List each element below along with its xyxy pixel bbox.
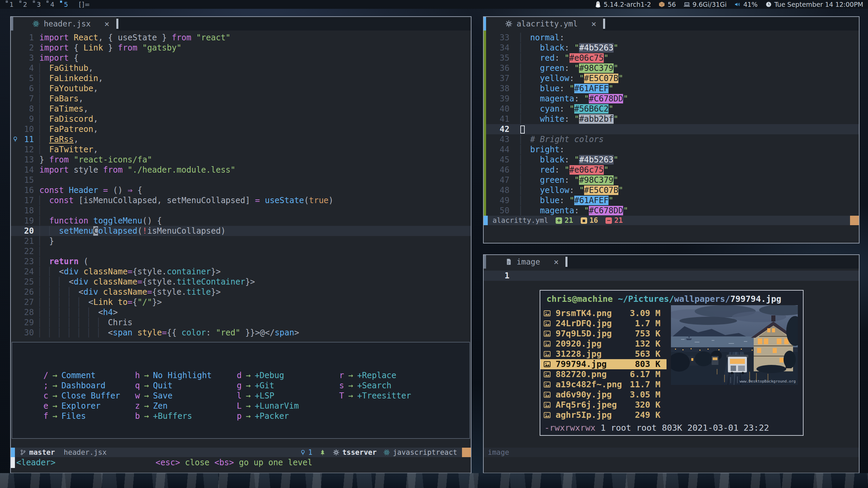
code-line[interactable]: 48▏ yellow: "#E5C07B" bbox=[484, 185, 859, 195]
whichkey-binding[interactable]: q→Quit bbox=[135, 380, 237, 391]
workspace-2[interactable]: 2 bbox=[18, 1, 30, 8]
whichkey-binding[interactable]: ;→Dashboard bbox=[43, 380, 135, 391]
whichkey-binding[interactable]: L→+LunarVim bbox=[237, 401, 339, 411]
code-line[interactable]: 24▏ ▏ <div className={style.container}> bbox=[11, 267, 471, 277]
code-line[interactable]: 23▏ return ( bbox=[11, 256, 471, 267]
code-line[interactable]: 16const Header = () ⇒ { bbox=[11, 185, 471, 195]
whichkey-binding[interactable]: l→+LSP bbox=[237, 391, 339, 401]
code-line[interactable]: 20▏ ▏ setMenuCollapsed(!isMenuCollapsed) bbox=[11, 226, 471, 236]
arrow-icon: → bbox=[344, 381, 357, 390]
whichkey-binding[interactable]: c→Close Buffer bbox=[43, 391, 135, 401]
workspace-4[interactable]: 4 bbox=[45, 1, 57, 8]
code-line[interactable]: 13} from "react-icons/fa" bbox=[11, 155, 471, 165]
whichkey-binding[interactable]: /→Comment bbox=[43, 370, 135, 380]
code-line[interactable]: 37▏ yellow: "#E5C07B" bbox=[484, 73, 859, 83]
close-icon[interactable]: × bbox=[591, 19, 596, 29]
tab-alacritty-yml[interactable]: alacritty.yml × bbox=[486, 17, 603, 31]
tab-header-jsx[interactable]: header.jsx × bbox=[13, 17, 116, 31]
whichkey-binding[interactable]: d→+Debug bbox=[237, 370, 339, 380]
file-row[interactable]: 9rsmTK4.png3.09 M bbox=[540, 308, 667, 318]
file-row[interactable]: 31228.jpg563 K bbox=[540, 349, 667, 359]
code-line[interactable]: 34▏ black: "#4b5263" bbox=[484, 43, 859, 53]
file-row[interactable]: 20920.jpg132 K bbox=[540, 339, 667, 349]
code-line[interactable]: 4▏ FaGithub, bbox=[11, 63, 471, 73]
code-line[interactable]: 12▏ FaTwitter, bbox=[11, 144, 471, 155]
command-line[interactable]: <leader> <esc> close <bs> go up one leve… bbox=[11, 457, 471, 473]
code-line[interactable]: 1 bbox=[484, 271, 859, 281]
code-line[interactable]: 36▏ green: "#98C379" bbox=[484, 63, 859, 73]
code-line[interactable]: 18▏ bbox=[11, 206, 471, 216]
workspace-5[interactable]: 5 bbox=[59, 1, 71, 8]
code-line[interactable]: 38▏ blue: "#61AFEF" bbox=[484, 83, 859, 94]
bulb-icon[interactable] bbox=[11, 134, 20, 144]
whichkey-binding[interactable]: s→+Search bbox=[339, 380, 411, 391]
whichkey-binding[interactable]: b→+Buffers bbox=[135, 411, 237, 421]
code-line[interactable]: 2import { Link } from "gatsby" bbox=[11, 43, 471, 53]
code-line[interactable]: 46▏ red: "#e06c75" bbox=[484, 165, 859, 175]
file-row[interactable]: 882720.png6.17 M bbox=[540, 369, 667, 379]
code-line[interactable]: 42 bbox=[484, 124, 859, 134]
code-line[interactable]: 28▏ ▏ ▏ ▏ ▏ ▏ <h4> bbox=[11, 307, 471, 317]
code-line[interactable]: 33▏ normal: bbox=[484, 33, 859, 43]
code-line[interactable]: 19▏ function toggleMenu() { bbox=[11, 216, 471, 226]
whichkey-binding[interactable]: w→Save bbox=[135, 391, 237, 401]
code-line[interactable]: 49▏ blue: "#61AFEF" bbox=[484, 195, 859, 206]
code-line[interactable]: 7▏ FaBars, bbox=[11, 94, 471, 104]
code-line[interactable]: 39▏ magenta: "#C678DD" bbox=[484, 94, 859, 104]
code-line[interactable]: 9▏ FaDiscord, bbox=[11, 114, 471, 124]
code-line[interactable]: 44▏ bright: bbox=[484, 144, 859, 155]
code-line[interactable]: 50▏ magenta: "#C678DD" bbox=[484, 206, 859, 216]
code-line[interactable]: 43▏ # Bright colors bbox=[484, 134, 859, 144]
file-row[interactable]: 799794.jpg803 K bbox=[540, 359, 667, 369]
code-line[interactable]: 11▏ FaRss, bbox=[11, 134, 471, 144]
layout-indicator[interactable]: []= bbox=[79, 1, 90, 8]
whichkey-binding[interactable]: r→+Replace bbox=[339, 370, 411, 380]
code-line[interactable]: 6▏ FaYoutube, bbox=[11, 83, 471, 94]
code-line[interactable]: 1import React, { useState } from "react" bbox=[11, 33, 471, 43]
file-row[interactable]: 24LrDFQ.jpg1.7 M bbox=[540, 318, 667, 329]
tab-image[interactable]: image × bbox=[486, 255, 565, 269]
file-row[interactable]: aghr5Ip.jpg249 K bbox=[540, 410, 667, 420]
code-line[interactable]: 47▏ green: "#98C379" bbox=[484, 175, 859, 185]
code-line[interactable]: 3import { bbox=[11, 53, 471, 63]
code-line[interactable]: 40▏ cyan: "#56B6C2" bbox=[484, 104, 859, 114]
code-line[interactable]: 25▏ ▏ ▏ <div className={style.titleConta… bbox=[11, 277, 471, 287]
workspace-3[interactable]: 3 bbox=[32, 1, 43, 8]
whichkey-binding[interactable]: g→+Git bbox=[237, 380, 339, 391]
code-line[interactable]: 30▏ ▏ ▏ ▏ ▏ ▏ ▏ <span style={{ color: "r… bbox=[11, 328, 471, 338]
sign-column bbox=[484, 155, 492, 165]
key: l bbox=[237, 391, 242, 401]
code-line[interactable]: 26▏ ▏ ▏ ▏ <div className={style.title}> bbox=[11, 287, 471, 297]
code-line[interactable]: 45▏ black: "#4b5263" bbox=[484, 155, 859, 165]
command-line[interactable] bbox=[484, 225, 859, 243]
code-line[interactable]: 41▏ white: "#abb2bf" bbox=[484, 114, 859, 124]
diagnostics[interactable]: 1 bbox=[300, 448, 313, 456]
file-row[interactable]: AFq5r6j.jpeg320 K bbox=[540, 400, 667, 410]
whichkey-binding[interactable]: e→Explorer bbox=[43, 401, 135, 411]
code-line[interactable]: 8▏ FaTimes, bbox=[11, 104, 471, 114]
whichkey-binding[interactable]: p→+Packer bbox=[237, 411, 339, 421]
file-row[interactable]: 97q9L5D.jpg753 K bbox=[540, 329, 667, 339]
whichkey-binding[interactable]: f→Files bbox=[43, 411, 135, 421]
code-text: ▏ bright: bbox=[509, 144, 564, 155]
code-line[interactable]: 14import style from "./header.module.les… bbox=[11, 165, 471, 175]
git-branch[interactable]: master bbox=[20, 448, 55, 456]
code-line[interactable]: 29▏ ▏ ▏ ▏ ▏ ▏ ▏ Chris bbox=[11, 317, 471, 328]
code-line[interactable]: 5▏ FaLinkedin, bbox=[11, 73, 471, 83]
command-line[interactable] bbox=[484, 457, 859, 473]
code-line[interactable]: 22▏ bbox=[11, 246, 471, 256]
code-line[interactable]: 27▏ ▏ ▏ ▏ ▏ <Link to={"/"}> bbox=[11, 297, 471, 307]
whichkey-binding[interactable]: z→Zen bbox=[135, 401, 237, 411]
code-line[interactable]: 35▏ red: "#e06c75" bbox=[484, 53, 859, 63]
workspace-1[interactable]: 1 bbox=[5, 1, 16, 8]
close-icon[interactable]: × bbox=[554, 257, 559, 267]
close-icon[interactable]: × bbox=[104, 19, 109, 29]
whichkey-binding[interactable]: h→No Highlight bbox=[135, 370, 237, 380]
file-row[interactable]: ad6v90y.jpg3.05 M bbox=[540, 390, 667, 400]
code-line[interactable]: 15 bbox=[11, 175, 471, 185]
code-line[interactable]: 10▏ FaPatreon, bbox=[11, 124, 471, 134]
code-line[interactable]: 21▏ } bbox=[11, 236, 471, 246]
code-line[interactable]: 17▏ const [isMenuCollapsed, setMenuColla… bbox=[11, 195, 471, 206]
file-row[interactable]: a19c482f~.png11.7 M bbox=[540, 379, 667, 390]
whichkey-binding[interactable]: T→+Treesitter bbox=[339, 391, 411, 401]
